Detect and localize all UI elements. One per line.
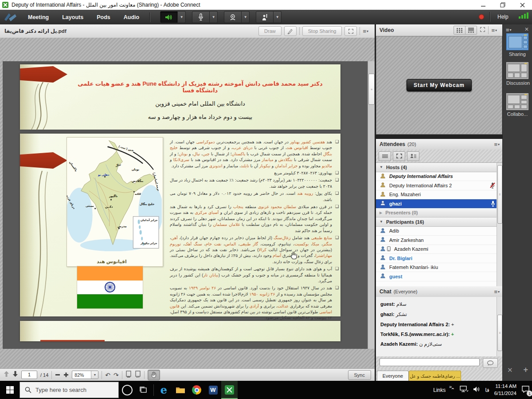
- filmstrip-view-icon[interactable]: [465, 26, 477, 34]
- attendee-row[interactable]: Azadeh Kazemi: [376, 245, 502, 254]
- share-pod: یل ارائه دکتر قاض‌یفا.pdf Draw Stop Shar…: [0, 24, 375, 381]
- action-center-icon[interactable]: 1: [521, 385, 530, 395]
- participants-section-header[interactable]: ▼Participants (16): [376, 217, 502, 227]
- attendee-row[interactable]: Dr. Biglari: [376, 254, 502, 263]
- webcam-dropdown[interactable]: ▼: [242, 11, 250, 23]
- minimize-button[interactable]: [473, 0, 493, 10]
- participant-icon: [380, 264, 386, 271]
- raise-hand-button[interactable]: [256, 11, 274, 23]
- hand-tool-button[interactable]: [148, 370, 160, 380]
- close-button[interactable]: [512, 0, 532, 10]
- map-label: دهلی نو: [98, 173, 109, 177]
- word-icon[interactable]: W: [205, 381, 221, 399]
- speaker-button[interactable]: [160, 11, 178, 23]
- video-pod-menu-icon[interactable]: ≡▾: [491, 27, 497, 34]
- attendee-row[interactable]: Amir Zarkeshan: [376, 236, 502, 245]
- microphone-dropdown[interactable]: ▼: [210, 11, 218, 23]
- draw-button[interactable]: Draw: [258, 26, 282, 36]
- volume-icon[interactable]: [473, 386, 480, 394]
- chat-message-input[interactable]: [379, 358, 480, 366]
- start-button[interactable]: [0, 381, 20, 399]
- attendee-row[interactable]: Deputy International Affairs 2: [376, 181, 502, 190]
- microphone-button[interactable]: [192, 11, 210, 23]
- notification-badge: 1: [527, 391, 532, 396]
- sync-button[interactable]: Sync: [348, 370, 371, 380]
- cortana-icon[interactable]: [119, 381, 135, 399]
- clock[interactable]: 11:14 AM6/11/2024: [494, 383, 516, 397]
- fullscreen-icon[interactable]: [344, 26, 357, 36]
- language-indicator[interactable]: فا: [485, 387, 489, 393]
- share-pod-menu-icon[interactable]: ≡▾: [363, 28, 368, 35]
- layout-discussion[interactable]: Discussion: [506, 62, 528, 86]
- webcam-button[interactable]: [224, 11, 242, 23]
- file-explorer-icon[interactable]: [172, 381, 188, 399]
- help-menu[interactable]: Help: [497, 14, 509, 20]
- start-webcam-button[interactable]: Start My Webcam: [407, 79, 472, 91]
- edge-icon[interactable]: e: [156, 381, 172, 399]
- chat-tab-private[interactable]: ... رضای‌فاطمه جسک و عل: [409, 371, 461, 381]
- attendee-row[interactable]: Deputy International Affairs: [376, 172, 502, 182]
- pointer-pen-icon[interactable]: [284, 26, 297, 36]
- video-pod-header: Video ≡▾: [376, 24, 502, 36]
- zoom-out-icon[interactable]: [55, 371, 60, 379]
- attendee-list-view-icon[interactable]: [379, 151, 391, 161]
- menu-meeting[interactable]: Meeting: [21, 14, 55, 20]
- grid-view-icon[interactable]: [454, 26, 465, 34]
- hosts-section-header[interactable]: ▼Hosts (4): [376, 163, 502, 172]
- chat-pod-menu-icon[interactable]: ≡▾: [494, 288, 500, 295]
- document-scrollbar[interactable]: ≡: [368, 61, 375, 349]
- attendee-row[interactable]: Fatemeh Khanlari- ikiu: [376, 263, 502, 273]
- zoom-level-select[interactable]: 82%▼: [72, 371, 98, 379]
- menu-layouts[interactable]: Layouts: [55, 14, 90, 20]
- attendees-scrollbar[interactable]: ≡: [497, 163, 502, 286]
- send-message-icon[interactable]: [483, 358, 498, 368]
- india-map: پاکستانچین ( تبت )نپالبوتانبنگلادشبرمه (…: [66, 137, 163, 267]
- rail-close-icon[interactable]: ✕: [507, 366, 513, 374]
- page-number-input[interactable]: 1: [21, 371, 37, 379]
- network-icon[interactable]: [460, 386, 468, 394]
- layouts-close-icon[interactable]: ✕: [524, 26, 529, 32]
- map-label: مدرس: [117, 225, 127, 228]
- fit-width-icon[interactable]: [135, 371, 141, 379]
- restore-button[interactable]: [493, 0, 512, 10]
- zoom-in-icon[interactable]: [63, 371, 69, 379]
- rotate-right-icon[interactable]: ↷: [113, 372, 119, 378]
- rotate-left-icon[interactable]: ↶: [105, 372, 110, 378]
- stop-sharing-button[interactable]: Stop Sharing: [302, 26, 342, 36]
- layout-sharing[interactable]: Sharing: [506, 33, 528, 57]
- menu-audio[interactable]: Audio: [117, 14, 146, 20]
- attendee-row[interactable]: Eng. Mazaheri: [376, 190, 502, 200]
- attendee-row[interactable]: Adib: [376, 227, 502, 236]
- chrome-icon[interactable]: [188, 381, 205, 399]
- chat-input-row: [376, 356, 502, 369]
- taskbar-search[interactable]: Type here to search: [20, 382, 119, 398]
- fit-page-icon[interactable]: [125, 371, 132, 379]
- breakout-view-icon[interactable]: [393, 151, 405, 161]
- page-up-icon[interactable]: [4, 371, 9, 379]
- speaker-dropdown[interactable]: ▼: [178, 11, 186, 23]
- page-down-icon[interactable]: [12, 371, 18, 379]
- attendee-row[interactable]: guest: [376, 272, 502, 281]
- chat-scrollbar[interactable]: ≡: [497, 297, 502, 356]
- adobe-connect-taskbar-icon[interactable]: [221, 381, 238, 399]
- layouts-menu-icon[interactable]: ≡▾: [506, 27, 512, 33]
- attendees-scrollbar-thumb[interactable]: ≡: [497, 165, 502, 224]
- document-scrollbar-thumb[interactable]: ≡: [368, 74, 375, 105]
- menu-pods[interactable]: Pods: [90, 14, 117, 20]
- raise-hand-dropdown[interactable]: ▼: [274, 11, 282, 23]
- window-titlebar: Deputy of International Affairs - معاونت…: [0, 0, 532, 10]
- attendee-row[interactable]: ghazi: [376, 199, 502, 209]
- attendees-toolbar: [376, 150, 502, 163]
- video-fullscreen-icon[interactable]: [480, 26, 485, 34]
- links-toolbar[interactable]: Links»: [433, 387, 446, 393]
- rail-add-icon[interactable]: +: [523, 365, 528, 375]
- chat-tab-everyone[interactable]: Everyone: [377, 371, 409, 381]
- participant-icon: [380, 237, 386, 243]
- attendees-pod-menu-icon[interactable]: ≡▾: [494, 141, 500, 148]
- layout-collaboration[interactable]: Collabo...: [506, 93, 528, 117]
- task-view-icon[interactable]: [135, 381, 152, 399]
- presenters-section-header[interactable]: ▶Presenters (0): [376, 209, 502, 218]
- attendee-status-view-icon[interactable]: [407, 151, 419, 161]
- chat-scrollbar-thumb[interactable]: ≡: [497, 315, 502, 351]
- connection-signal-icon[interactable]: [519, 12, 528, 19]
